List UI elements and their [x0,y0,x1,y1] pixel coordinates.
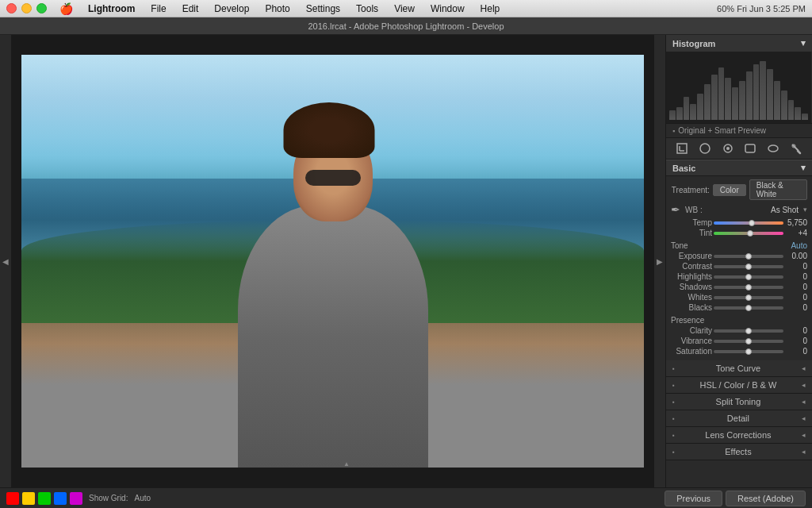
histogram-canvas [666,52,811,123]
crop-tool[interactable] [673,141,691,156]
temp-slider[interactable] [714,221,783,225]
color-swatch-blue[interactable] [54,492,67,505]
grid-value[interactable]: Auto [134,494,151,502]
clarity-thumb[interactable] [745,328,752,334]
menu-lightroom[interactable]: Lightroom [84,3,139,14]
menu-view[interactable]: View [390,3,419,14]
histogram-menu-icon[interactable]: ▾ [801,38,806,48]
color-swatch-yellow[interactable] [22,492,35,505]
hist-bar [697,94,703,120]
minimize-button[interactable] [21,3,32,13]
menu-settings[interactable]: Settings [302,3,344,14]
shadows-slider-row: Shadows 0 [671,283,807,291]
right-arrow-icon: ▶ [657,257,663,266]
bw-treatment-btn[interactable]: Black & White [749,179,807,200]
apple-menu[interactable]: 🍎 [59,2,73,15]
saturation-thumb[interactable] [745,348,752,355]
svg-point-5 [726,147,730,150]
svg-rect-6 [745,144,755,152]
whites-thumb[interactable] [745,294,752,301]
highlights-slider[interactable] [714,275,783,279]
menu-file[interactable]: File [147,3,170,14]
lens-corrections-label: Lens Corrections [705,430,771,440]
wb-eyedropper[interactable]: ✒ [671,203,680,216]
previous-button[interactable]: Previous [665,491,722,506]
presence-label: Presence [671,316,704,325]
color-swatch-purple[interactable] [70,492,82,505]
whites-slider[interactable] [714,296,783,299]
tint-thumb[interactable] [747,230,753,237]
radial-filter-tool[interactable] [764,141,782,156]
basic-content: Treatment: Color Black & White ✒ WB : As… [666,176,812,360]
exposure-thumb[interactable] [745,253,752,260]
vibrance-thumb[interactable] [745,338,752,344]
hist-bar [767,69,773,120]
menu-window[interactable]: Window [427,3,469,14]
histogram-bars [666,52,811,123]
wb-label: WB : [685,206,703,214]
wb-dropdown-icon[interactable]: ▾ [803,206,807,214]
hist-bar [760,61,766,120]
vibrance-slider[interactable] [714,340,783,343]
treatment-label: Treatment: [671,186,710,194]
detail-section[interactable]: ▪ Detail ◂ [666,410,812,427]
adjustment-brush-tool[interactable] [787,141,805,156]
filmstrip-arrow[interactable]: ▲ [340,460,353,467]
close-button[interactable] [6,3,17,13]
contrast-slider[interactable] [714,265,783,268]
whites-slider-row: Whites 0 [671,293,807,302]
highlights-thumb[interactable] [745,274,752,280]
hist-bar [732,87,738,120]
clarity-slider[interactable] [714,329,783,333]
menu-develop[interactable]: Develop [210,3,253,14]
effects-label: Effects [725,447,751,456]
left-arrow-icon: ◀ [2,257,9,266]
bottom-toolbar: Show Grid: Auto Previous Reset (Adobe) [0,487,812,508]
saturation-label: Saturation [671,347,712,356]
basic-section-header[interactable]: Basic ▾ [666,160,812,176]
tone-sub-header: Tone Auto [671,239,807,252]
split-toning-toggle-icon: ▪ [672,398,675,406]
blacks-thumb[interactable] [745,305,752,311]
menu-tools[interactable]: Tools [352,3,382,14]
menu-help[interactable]: Help [477,3,504,14]
color-swatch-red[interactable] [6,492,19,505]
tone-curve-section[interactable]: ▪ Tone Curve ◂ [666,360,812,377]
color-treatment-btn[interactable]: Color [713,184,746,196]
traffic-lights[interactable] [6,3,47,13]
menu-edit[interactable]: Edit [178,3,203,14]
tint-slider[interactable] [714,232,783,235]
shadows-slider[interactable] [714,286,783,289]
temp-thumb[interactable] [749,220,755,226]
hist-bar [711,75,718,120]
preview-badge: ▪ Original + Smart Preview [666,124,812,138]
blacks-label: Blacks [671,303,712,312]
contrast-thumb[interactable] [745,264,752,270]
highlights-value: 0 [785,272,807,281]
hist-bar [684,97,690,120]
lens-corrections-section[interactable]: ▪ Lens Corrections ◂ [666,427,812,444]
effects-section[interactable]: ▪ Effects ◂ [666,444,812,460]
color-swatch-green[interactable] [38,492,51,505]
fullscreen-button[interactable] [36,3,47,13]
auto-button[interactable]: Auto [791,241,807,250]
menu-photo[interactable]: Photo [261,3,293,14]
photo-container [21,55,644,468]
spot-removal-tool[interactable] [696,141,714,156]
right-panel: Histogram ▾ [665,35,812,487]
split-toning-section[interactable]: ▪ Split Toning ◂ [666,394,812,410]
saturation-slider[interactable] [714,350,783,353]
redeye-tool[interactable] [719,141,737,156]
reset-button[interactable]: Reset (Adobe) [726,491,806,506]
preview-badge-icon: ▪ [672,127,675,135]
exposure-slider[interactable] [714,255,783,258]
blacks-slider[interactable] [714,306,783,310]
left-panel-toggle[interactable]: ◀ [0,35,11,487]
hist-bar [725,78,731,120]
mac-menu-bar: 🍎 Lightroom File Edit Develop Photo Sett… [0,0,812,17]
temp-label: Temp [671,218,712,227]
graduated-filter-tool[interactable] [741,141,759,156]
shadows-thumb[interactable] [745,284,752,291]
right-panel-toggle[interactable]: ▶ [654,35,665,487]
hsl-section[interactable]: ▪ HSL / Color / B & W ◂ [666,377,812,394]
